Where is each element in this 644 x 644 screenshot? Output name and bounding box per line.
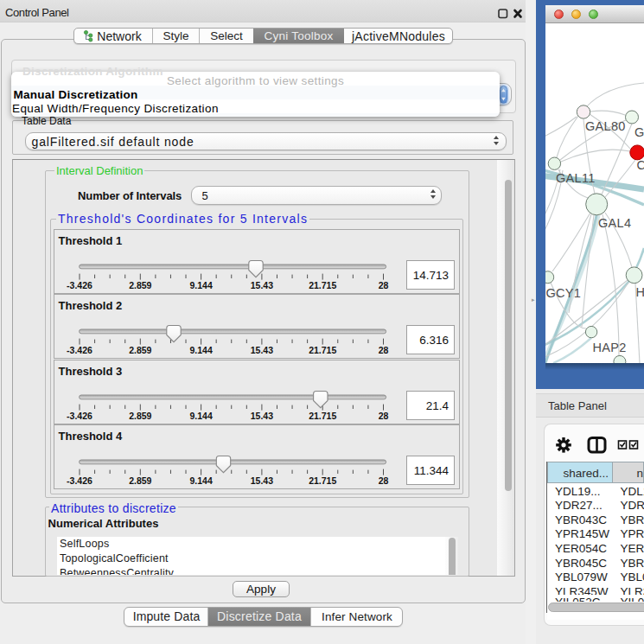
svg-text:GCY1: GCY1 — [546, 286, 582, 300]
svg-text:15.43: 15.43 — [251, 280, 273, 290]
svg-text:15.43: 15.43 — [251, 475, 273, 486]
svg-text:-3.426: -3.426 — [67, 345, 92, 355]
svg-text:21.715: 21.715 — [309, 411, 336, 421]
svg-text:15.43: 15.43 — [251, 345, 273, 355]
svg-text:21.715: 21.715 — [309, 345, 336, 355]
svg-text:GAL80: GAL80 — [585, 119, 626, 133]
svg-text:9.144: 9.144 — [189, 475, 212, 486]
svg-text:-3.426: -3.426 — [67, 475, 92, 486]
svg-text:GAL11: GAL11 — [556, 171, 596, 185]
svg-text:21.715: 21.715 — [309, 280, 336, 290]
svg-text:28: 28 — [379, 345, 389, 355]
svg-text:H: H — [636, 285, 644, 299]
svg-text:2.859: 2.859 — [129, 345, 151, 355]
svg-text:2.859: 2.859 — [129, 411, 151, 421]
svg-text:GA: GA — [634, 125, 644, 139]
svg-text:-3.426: -3.426 — [67, 411, 92, 421]
svg-text:9.144: 9.144 — [189, 280, 212, 290]
svg-text:2.859: 2.859 — [129, 280, 151, 290]
svg-text:9.144: 9.144 — [189, 345, 212, 355]
svg-text:15.43: 15.43 — [251, 411, 273, 421]
svg-text:28: 28 — [379, 280, 389, 290]
svg-text:2.859: 2.859 — [129, 475, 151, 486]
svg-text:HAP2: HAP2 — [593, 341, 627, 354]
svg-text:-3.426: -3.426 — [67, 280, 92, 290]
svg-text:GAL4: GAL4 — [598, 216, 631, 230]
svg-text:9.144: 9.144 — [189, 411, 212, 421]
svg-text:28: 28 — [379, 411, 389, 421]
svg-text:21.715: 21.715 — [309, 475, 336, 486]
svg-text:C: C — [637, 158, 644, 172]
svg-text:28: 28 — [379, 475, 389, 486]
